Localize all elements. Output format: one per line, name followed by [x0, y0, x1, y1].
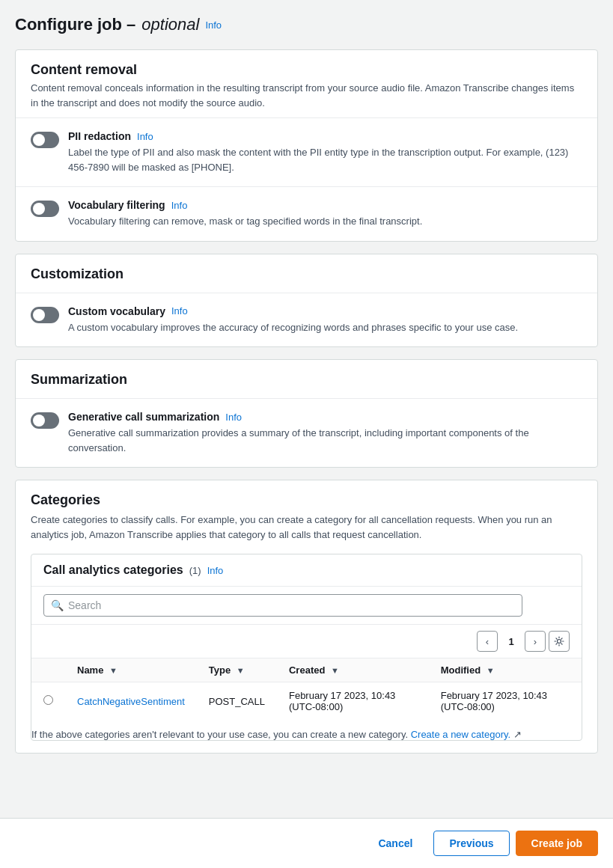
pii-redaction-desc: Label the type of PII and also mask the …: [68, 145, 582, 174]
create-job-button[interactable]: Create job: [516, 831, 598, 856]
generative-call-label: Generative call summarization: [68, 411, 219, 423]
search-icon: 🔍: [51, 599, 64, 611]
pii-redaction-slider: [31, 132, 59, 148]
call-analytics-inner-card: Call analytics categories (1) Info 🔍 ‹ 1…: [31, 554, 582, 741]
custom-vocabulary-row: Custom vocabulary Info A custom vocabula…: [16, 293, 597, 347]
customization-header: Customization: [16, 254, 597, 293]
external-link-icon: ↗: [513, 729, 522, 740]
vocabulary-filtering-desc: Vocabulary filtering can remove, mask or…: [68, 214, 422, 229]
prev-page-button[interactable]: ‹: [477, 631, 498, 652]
svg-point-0: [558, 640, 561, 644]
vocabulary-filtering-toggle[interactable]: [31, 201, 59, 217]
type-sort-icon: ▼: [237, 666, 245, 675]
category-footer-text: If the above categories aren't relevant …: [31, 729, 408, 740]
pii-redaction-label: PII redaction: [68, 130, 131, 142]
pii-redaction-toggle[interactable]: [31, 132, 59, 148]
generative-call-slider: [31, 412, 59, 429]
current-page: 1: [501, 631, 522, 652]
table-settings-button[interactable]: [549, 631, 570, 652]
categories-heading: Categories: [31, 492, 582, 508]
gear-icon: [554, 636, 564, 647]
custom-vocabulary-info-link[interactable]: Info: [171, 305, 188, 317]
search-wrapper: 🔍: [43, 594, 522, 617]
pii-redaction-info-link[interactable]: Info: [137, 131, 153, 142]
call-analytics-heading: Call analytics categories: [43, 563, 183, 577]
table-header-row: Name ▼ Type ▼ Created ▼ Modified ▼: [31, 658, 582, 682]
custom-vocabulary-desc: A custom vocabulary improves the accurac…: [68, 320, 518, 335]
page-title: Configure job – optional Info: [15, 15, 598, 34]
vocabulary-filtering-slider: [31, 201, 59, 217]
category-footer: If the above categories aren't relevant …: [31, 720, 582, 740]
row-modified: February 17 2023, 10:43 (UTC-08:00): [429, 682, 582, 721]
summarization-card: Summarization Generative call summarizat…: [15, 359, 598, 468]
vocabulary-filtering-label: Vocabulary filtering: [68, 199, 165, 211]
col-created[interactable]: Created ▼: [277, 658, 429, 682]
content-removal-header: Content removal Content removal conceals…: [16, 50, 597, 118]
search-bar: 🔍: [31, 587, 582, 625]
customization-heading: Customization: [31, 266, 582, 282]
generative-call-info-link[interactable]: Info: [225, 412, 242, 423]
row-radio-cell[interactable]: [31, 682, 65, 721]
custom-vocabulary-label: Custom vocabulary: [68, 305, 165, 317]
page-info-link[interactable]: Info: [205, 19, 222, 31]
summarization-heading: Summarization: [31, 372, 582, 388]
name-sort-icon: ▼: [109, 666, 118, 675]
categories-desc: Create categories to classify calls. For…: [31, 513, 582, 542]
generative-call-toggle[interactable]: [31, 412, 59, 429]
content-removal-desc: Content removal conceals information in …: [31, 81, 582, 110]
pii-redaction-row: PII redaction Info Label the type of PII…: [16, 118, 597, 187]
vocabulary-filtering-row: Vocabulary filtering Info Vocabulary fil…: [16, 187, 597, 241]
call-analytics-header: Call analytics categories (1) Info: [31, 554, 582, 587]
generative-call-desc: Generative call summarization provides a…: [68, 426, 582, 455]
content-removal-heading: Content removal: [31, 62, 582, 78]
customization-card: Customization Custom vocabulary Info A c…: [15, 254, 598, 348]
content-removal-card: Content removal Content removal conceals…: [15, 49, 598, 242]
vocabulary-filtering-info-link[interactable]: Info: [171, 200, 188, 211]
call-analytics-info-link[interactable]: Info: [207, 565, 224, 576]
next-page-button[interactable]: ›: [525, 631, 546, 652]
row-created: February 17 2023, 10:43 (UTC-08:00): [277, 682, 429, 721]
summarization-header: Summarization: [16, 360, 597, 399]
col-modified[interactable]: Modified ▼: [429, 658, 582, 682]
footer-bar: Cancel Previous Create job: [0, 818, 613, 868]
row-radio[interactable]: [43, 695, 53, 705]
row-type: POST_CALL: [197, 682, 277, 721]
col-name[interactable]: Name ▼: [65, 658, 197, 682]
call-analytics-count: (1): [189, 565, 201, 576]
modified-sort-icon: ▼: [487, 666, 495, 675]
created-sort-icon: ▼: [331, 666, 339, 675]
custom-vocabulary-slider: [31, 307, 59, 323]
generative-call-row: Generative call summarization Info Gener…: [16, 399, 597, 467]
table-row: CatchNegativeSentiment POST_CALL Februar…: [31, 682, 582, 721]
col-type[interactable]: Type ▼: [197, 658, 277, 682]
cancel-button[interactable]: Cancel: [363, 831, 427, 856]
pagination-row: ‹ 1 ›: [31, 625, 582, 658]
search-input[interactable]: [43, 594, 522, 617]
create-new-category-link[interactable]: Create a new category.: [411, 729, 510, 740]
categories-card: Categories Create categories to classify…: [15, 480, 598, 754]
col-select: [31, 658, 65, 682]
previous-button[interactable]: Previous: [433, 831, 509, 856]
row-name[interactable]: CatchNegativeSentiment: [65, 682, 197, 721]
categories-table: Name ▼ Type ▼ Created ▼ Modified ▼ Catch…: [31, 658, 582, 720]
custom-vocabulary-toggle[interactable]: [31, 307, 59, 323]
